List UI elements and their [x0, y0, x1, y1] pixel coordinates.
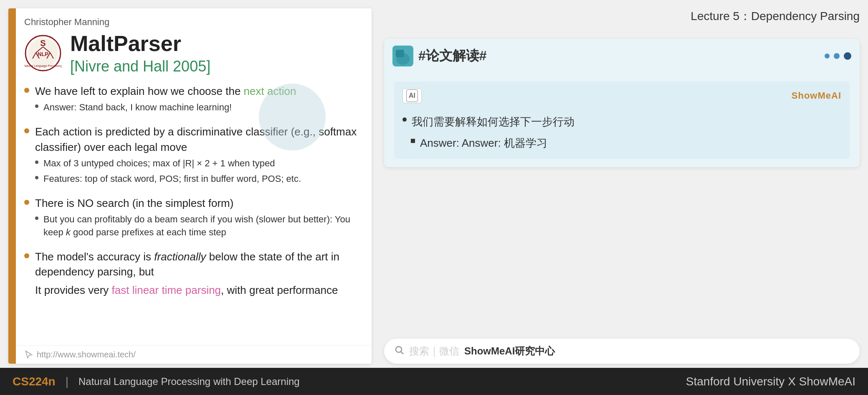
search-icon: [394, 345, 404, 357]
footer-bar: CS224n | Natural Language Processing wit…: [0, 368, 868, 395]
annotation-ai-badge: AI: [402, 88, 422, 103]
answer-text: Answer: 机器学习: [462, 137, 547, 149]
content-area: Christopher Manning S NLP: [0, 0, 868, 368]
bullet-4-italic: fractionally: [154, 250, 206, 263]
svg-point-14: [396, 347, 402, 352]
slide-orange-bar: [8, 8, 16, 364]
annotation-card: #论文解读# AI: [384, 39, 860, 167]
annotation-icon-wrapper: [392, 46, 413, 66]
slide-footer: http://www.showmeai.tech/: [8, 345, 372, 364]
sub-bullet-dot-3-1: [35, 217, 38, 220]
sub-bullet-2-2-text: Features: top of stack word, POS; first …: [43, 173, 301, 186]
bullet-dot-2: [24, 128, 29, 133]
bullet-4: The model's accuracy is fractionally bel…: [24, 249, 359, 298]
sub-bullet-2-2: Features: top of stack word, POS; first …: [35, 173, 359, 186]
sub-bullet-dot-1-1: [35, 104, 38, 108]
cursor-icon: [24, 350, 33, 359]
sub-bullet-3-1: But you can profitably do a beam search …: [35, 213, 359, 239]
footer-cs224n: CS224n: [13, 375, 56, 388]
annotation-sub-bullet-1: Answer: Answer: 机器学习: [411, 135, 841, 152]
footer-divider: |: [66, 375, 68, 388]
search-divider: 搜索｜微信: [409, 344, 459, 358]
sub-bullet-3-1-text: But you can profitably do a beam search …: [43, 213, 359, 239]
bullet-dot-4: [24, 253, 29, 258]
dot-medium: [834, 53, 840, 59]
sub-bullet-dot-2-1: [35, 161, 38, 164]
dot-small: [825, 54, 830, 59]
sub-bullet-2-1-text: Max of 3 untyped choices; max of |R| × 2…: [43, 157, 275, 170]
bullet-4-line2: It provides very fast linear time parsin…: [35, 283, 359, 298]
footer-right-text: Stanford University X ShowMeAI: [686, 375, 855, 388]
bullet-3-content: There is NO search (in the simplest form…: [35, 196, 359, 242]
bullet-4-highlight: fast linear time parsing: [112, 284, 221, 296]
sub-bullet-1-1-text: Answer: Stand back, I know machine learn…: [43, 101, 232, 114]
dot-decoration: [825, 52, 851, 60]
slide-author: Christopher Manning: [24, 17, 359, 28]
slide-panel: Christopher Manning S NLP: [8, 8, 372, 364]
annotation-bullet-dot-1: [402, 117, 407, 122]
bullet-3: There is NO search (in the simplest form…: [24, 196, 359, 242]
annotation-inner: AI ShowMeAI 我们需要解释如何选择下一步行动: [394, 82, 850, 159]
bullet-4-line1: The model's accuracy is fractionally bel…: [35, 249, 359, 280]
ai-badge-text: AI: [406, 89, 418, 102]
footer-description: Natural Language Processing with Deep Le…: [78, 376, 300, 387]
slide-header: S NLP Natural Language Processing MaltPa: [24, 31, 359, 75]
annotation-title: #论文解读#: [418, 47, 487, 65]
annotation-sub-dot-1: [411, 139, 415, 143]
slide-title-sub: [Nivre and Hall 2005]: [70, 58, 210, 75]
spacer: [384, 176, 860, 339]
annotation-body: AI ShowMeAI 我们需要解释如何选择下一步行动: [384, 73, 860, 167]
right-panel-inner: #论文解读# AI: [384, 31, 860, 176]
slide-content: Christopher Manning S NLP: [20, 8, 372, 345]
footer-left: CS224n | Natural Language Processing wit…: [13, 375, 300, 388]
stanford-logo: S NLP Natural Language Processing: [24, 34, 62, 72]
sub-bullets-3: But you can profitably do a beam search …: [35, 213, 359, 239]
right-panel: Lecture 5：Dependency Parsing: [380, 0, 868, 368]
bullet-4-content: The model's accuracy is fractionally bel…: [35, 249, 359, 298]
bullet-1-content: We have left to explain how we choose th…: [35, 84, 296, 117]
search-text: ShowMeAI研究中心: [464, 344, 555, 358]
annotation-sub-1-text: Answer: Answer: 机器学习: [420, 135, 547, 152]
bullet-1-text: We have left to explain how we choose th…: [35, 85, 244, 97]
sub-bullet-2-1: Max of 3 untyped choices; max of |R| × 2…: [35, 157, 359, 170]
footer-url[interactable]: http://www.showmeai.tech/: [37, 350, 136, 359]
svg-text:NLP: NLP: [38, 51, 48, 57]
annotation-meta-row: AI ShowMeAI: [402, 88, 841, 109]
bullet-3-text: There is NO search (in the simplest form…: [35, 197, 233, 209]
dot-large: [844, 52, 851, 60]
bullet-dot-3: [24, 200, 29, 205]
footer-right: Stanford University X ShowMeAI: [686, 375, 855, 388]
sub-bullet-dot-2-2: [35, 176, 38, 179]
lecture-title: Lecture 5：Dependency Parsing: [384, 4, 860, 31]
annotation-bullet-1-text: 我们需要解释如何选择下一步行动: [412, 113, 574, 131]
annotation-bullet-1: 我们需要解释如何选择下一步行动: [402, 113, 841, 131]
annotation-showmeai: ShowMeAI: [792, 88, 841, 103]
slide-titles: MaltParser [Nivre and Hall 2005]: [70, 31, 210, 75]
annotation-icon-svg: [392, 46, 413, 66]
sub-bullets-1: Answer: Stand back, I know machine learn…: [35, 101, 296, 114]
search-bar[interactable]: 搜索｜微信 ShowMeAI研究中心: [384, 339, 860, 364]
svg-text:S: S: [40, 38, 46, 48]
svg-text:Natural Language Processing: Natural Language Processing: [24, 64, 62, 68]
main-container: Christopher Manning S NLP: [0, 0, 868, 395]
deco-circle: [259, 84, 326, 150]
slide-title-main: MaltParser: [70, 31, 210, 56]
annotation-header: #论文解读#: [384, 39, 860, 73]
svg-rect-13: [396, 50, 404, 57]
bullet-dot-1: [24, 88, 29, 93]
svg-line-15: [401, 352, 404, 354]
sub-bullet-1-1: Answer: Stand back, I know machine learn…: [35, 101, 296, 114]
sub-bullets-2: Max of 3 untyped choices; max of |R| × 2…: [35, 157, 359, 186]
